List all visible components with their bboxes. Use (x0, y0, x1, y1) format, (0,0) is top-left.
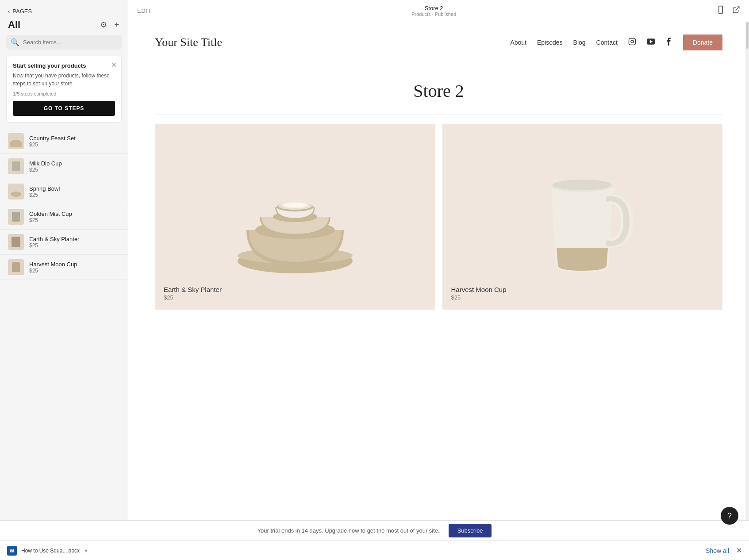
trial-bar: Your trial ends in 14 days. Upgrade now … (0, 520, 749, 541)
product-list: Country Feast Set $25 Milk Dip Cup $25 (0, 129, 128, 560)
mobile-preview-button[interactable] (716, 5, 725, 16)
promo-close-button[interactable]: ✕ (111, 61, 117, 69)
svg-rect-0 (719, 6, 722, 14)
product-price: $25 (29, 167, 120, 173)
all-label: All (8, 19, 20, 31)
product-name: Earth & Sky Planter (29, 236, 120, 242)
product-info: Spring Bowl $25 (29, 185, 120, 198)
instagram-icon[interactable] (628, 38, 636, 47)
sidebar-action-icons: ⚙ + (99, 19, 120, 31)
product-price: $25 (29, 217, 120, 223)
product-image-2 (442, 124, 723, 310)
site-nav: About Episodes Blog Contact Donate (510, 35, 722, 50)
edit-label: EDIT (137, 8, 151, 14)
scrollbar-thumb[interactable] (746, 22, 749, 49)
list-item[interactable]: Earth & Sky Planter $25 (0, 230, 128, 255)
store-divider (155, 115, 722, 115)
product-card-price-1: $25 (164, 294, 222, 301)
preview-pane: Your Site Title About Episodes Blog Cont… (128, 22, 749, 560)
promo-banner: Start selling your products Now that you… (6, 56, 122, 123)
product-info: Harvest Moon Cup $25 (29, 261, 120, 274)
product-name: Country Feast Set (29, 135, 120, 142)
show-all-link[interactable]: Show all (706, 547, 729, 554)
list-item[interactable]: Country Feast Set $25 (0, 129, 128, 154)
product-thumbnail (8, 209, 24, 225)
svg-line-2 (735, 7, 739, 10)
pages-back-button[interactable]: ‹ PAGES (8, 8, 32, 15)
go-to-steps-button[interactable]: GO TO STEPS (13, 101, 115, 116)
nav-about[interactable]: About (510, 39, 526, 46)
scrollbar-track[interactable] (745, 22, 749, 560)
taskbar-close-button[interactable]: ✕ (736, 546, 742, 555)
search-icon: 🔍 (11, 38, 19, 46)
svg-point-15 (284, 203, 306, 207)
product-price: $25 (29, 142, 120, 148)
store-title: Store 2 (411, 5, 456, 12)
settings-button[interactable]: ⚙ (99, 19, 108, 31)
search-input[interactable] (23, 39, 117, 46)
topbar-right-controls (716, 5, 740, 16)
products-grid: Earth & Sky Planter $25 (155, 124, 722, 310)
product-thumbnail (8, 184, 24, 199)
taskbar-doc-name: How to Use Squa....docx (21, 548, 80, 554)
store-subtitle: Products · Published (411, 12, 456, 17)
svg-point-5 (634, 39, 634, 40)
editor-topbar: EDIT Store 2 Products · Published (128, 0, 749, 22)
list-item[interactable]: Harvest Moon Cup $25 (0, 255, 128, 280)
product-label-1: Earth & Sky Planter $25 (164, 286, 222, 301)
product-card-name-1: Earth & Sky Planter (164, 286, 222, 293)
taskbar-right: Show all ✕ (706, 546, 742, 555)
donate-button[interactable]: Donate (683, 35, 722, 50)
taskbar: W How to Use Squa....docx ∧ Show all ✕ (0, 541, 749, 560)
product-info: Earth & Sky Planter $25 (29, 236, 120, 249)
store-info: Store 2 Products · Published (411, 5, 456, 17)
sidebar-header: ‹ PAGES (0, 0, 128, 19)
all-section-header: All ⚙ + (0, 19, 128, 35)
promo-title: Start selling your products (13, 62, 115, 69)
product-info: Country Feast Set $25 (29, 135, 120, 148)
site-title: Your Site Title (155, 36, 222, 49)
product-name: Spring Bowl (29, 185, 120, 192)
word-doc-icon: W (7, 546, 17, 556)
nav-blog[interactable]: Blog (573, 39, 586, 46)
subscribe-button[interactable]: Subscribe (449, 524, 492, 537)
bowl-illustration (224, 142, 366, 292)
help-button[interactable]: ? (721, 507, 738, 525)
svg-rect-3 (629, 38, 635, 45)
product-name: Golden Mist Cup (29, 211, 120, 217)
product-info: Golden Mist Cup $25 (29, 211, 120, 223)
sidebar: ‹ PAGES All ⚙ + 🔍 Start selling your pro… (0, 0, 128, 560)
product-price: $25 (29, 192, 120, 198)
product-card-price-2: $25 (451, 294, 507, 301)
add-button[interactable]: + (113, 19, 120, 31)
facebook-icon[interactable] (665, 38, 672, 47)
external-link-button[interactable] (732, 6, 740, 16)
chevron-left-icon: ‹ (8, 8, 10, 15)
list-item[interactable]: Golden Mist Cup $25 (0, 204, 128, 230)
promo-description: Now that you have products, follow these… (13, 72, 115, 88)
taskbar-chevron-icon: ∧ (84, 548, 88, 554)
store-content: Store 2 (128, 63, 749, 310)
product-image-1 (155, 124, 435, 310)
product-price: $25 (29, 242, 120, 249)
product-info: Milk Dip Cup $25 (29, 160, 120, 173)
nav-contact[interactable]: Contact (596, 39, 618, 46)
trial-text: Your trial ends in 14 days. Upgrade now … (257, 527, 440, 534)
list-item[interactable]: Milk Dip Cup $25 (0, 154, 128, 179)
search-bar[interactable]: 🔍 (6, 35, 122, 50)
svg-point-17 (553, 180, 611, 190)
content-area: EDIT Store 2 Products · Published (128, 0, 749, 560)
product-name: Harvest Moon Cup (29, 261, 120, 268)
mug-illustration (520, 150, 644, 283)
product-thumbnail (8, 133, 24, 149)
word-icon-label: W (10, 548, 14, 553)
store-page-title: Store 2 (155, 81, 722, 101)
product-thumbnail (8, 158, 24, 174)
product-card-2[interactable]: Harvest Moon Cup $25 (442, 124, 723, 310)
list-item[interactable]: Spring Bowl $25 (0, 179, 128, 204)
youtube-icon[interactable] (647, 38, 655, 46)
promo-steps: 1/5 steps completed (13, 91, 115, 96)
product-card-1[interactable]: Earth & Sky Planter $25 (155, 124, 435, 310)
svg-point-4 (631, 40, 634, 43)
nav-episodes[interactable]: Episodes (537, 39, 563, 46)
